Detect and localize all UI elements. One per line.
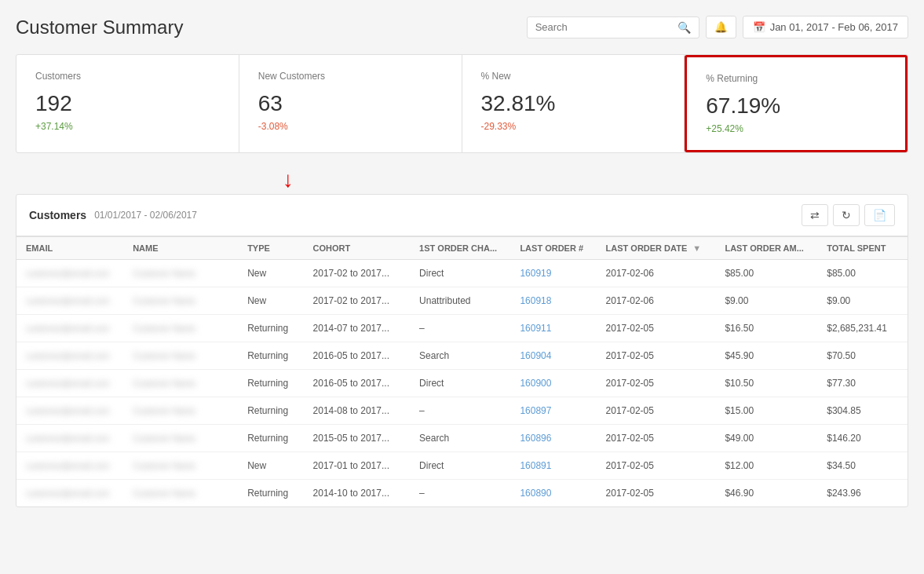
order-link[interactable]: 160896: [520, 433, 551, 444]
stat-pct-returning-label: % Returning: [706, 73, 886, 84]
cell-last-order-am: $9.00: [715, 287, 817, 315]
cell-name: Customer Name: [123, 287, 238, 315]
cell-last-order-date: 2017-02-05: [597, 370, 716, 397]
table-title-area: Customers 01/01/2017 - 02/06/2017: [29, 209, 197, 221]
cell-type: New: [238, 287, 303, 315]
cell-first-order: Search: [410, 342, 510, 370]
th-name[interactable]: NAME: [123, 237, 238, 260]
cell-last-order-num: 160919: [510, 260, 596, 287]
export-button[interactable]: 📄: [864, 204, 895, 226]
th-type[interactable]: TYPE: [238, 237, 303, 260]
cell-type: Returning: [238, 425, 303, 452]
stat-pct-new: % New 32.81% -29.33%: [462, 55, 685, 152]
cell-email: customer@email.com: [16, 342, 123, 370]
table-title: Customers: [29, 209, 86, 221]
th-1st-order[interactable]: 1ST ORDER CHA...: [410, 237, 510, 260]
order-link[interactable]: 160891: [520, 460, 551, 471]
down-arrow-icon: ↓: [283, 169, 294, 191]
search-input[interactable]: [535, 21, 677, 33]
order-link[interactable]: 160897: [520, 405, 551, 416]
cell-last-order-date: 2017-02-05: [597, 397, 716, 425]
order-link[interactable]: 160918: [520, 295, 551, 306]
search-icon[interactable]: 🔍: [677, 21, 691, 34]
order-link[interactable]: 160919: [520, 268, 551, 279]
cell-email: customer@email.com: [16, 397, 123, 425]
cell-last-order-am: $15.00: [715, 397, 817, 425]
cell-first-order: Direct: [410, 260, 510, 287]
cell-total-spent: $9.00: [817, 287, 908, 315]
cell-name: Customer Name: [123, 425, 238, 452]
table-header-row: Customers 01/01/2017 - 02/06/2017 ⇄ ↻ 📄: [16, 195, 908, 236]
cell-type: Returning: [238, 480, 303, 507]
cell-email: customer@email.com: [16, 287, 123, 315]
cell-total-spent: $243.96: [817, 480, 908, 507]
cell-name: Customer Name: [123, 260, 238, 287]
cell-total-spent: $2,685,231.41: [817, 315, 908, 342]
th-last-order-am[interactable]: LAST ORDER AM...: [715, 237, 817, 260]
table-row: customer@email.com Customer Name Returni…: [16, 370, 908, 397]
search-box[interactable]: 🔍: [527, 16, 699, 38]
cell-cohort: 2016-05 to 2017...: [304, 342, 411, 370]
cell-cohort: 2017-02 to 2017...: [304, 260, 411, 287]
calendar-icon: 📅: [753, 21, 765, 33]
header-controls: 🔍 🔔 📅 Jan 01, 2017 - Feb 06, 2017: [527, 16, 908, 38]
cell-type: Returning: [238, 370, 303, 397]
cell-cohort: 2015-05 to 2017...: [304, 425, 411, 452]
cell-last-order-date: 2017-02-05: [597, 342, 716, 370]
arrow-indicator: ↓: [16, 169, 908, 194]
cell-email: customer@email.com: [16, 425, 123, 452]
date-range-button[interactable]: 📅 Jan 01, 2017 - Feb 06, 2017: [743, 16, 908, 38]
cell-name: Customer Name: [123, 480, 238, 507]
table-section: Customers 01/01/2017 - 02/06/2017 ⇄ ↻ 📄 …: [16, 194, 908, 507]
table-row: customer@email.com Customer Name New 201…: [16, 452, 908, 480]
stat-customers: Customers 192 +37.14%: [16, 55, 239, 152]
stat-pct-new-change: -29.33%: [481, 121, 666, 132]
cell-first-order: Search: [410, 425, 510, 452]
customers-table: EMAIL NAME TYPE COHORT 1ST ORDER CHA... …: [16, 236, 908, 506]
stat-customers-change: +37.14%: [35, 121, 220, 132]
cell-last-order-num: 160904: [510, 342, 596, 370]
cell-name: Customer Name: [123, 452, 238, 480]
th-email[interactable]: EMAIL: [16, 237, 123, 260]
cell-last-order-num: 160911: [510, 315, 596, 342]
th-last-order-date[interactable]: LAST ORDER DATE ▼: [597, 237, 716, 260]
cell-last-order-num: 160900: [510, 370, 596, 397]
sort-desc-icon: ▼: [692, 243, 701, 253]
stat-pct-returning: % Returning 67.19% +25.42%: [685, 55, 908, 152]
cell-cohort: 2017-02 to 2017...: [304, 287, 411, 315]
stat-pct-returning-change: +25.42%: [706, 123, 886, 134]
cell-total-spent: $34.50: [817, 452, 908, 480]
order-link[interactable]: 160900: [520, 378, 551, 389]
cell-email: customer@email.com: [16, 480, 123, 507]
columns-button[interactable]: ⇄: [802, 204, 828, 226]
refresh-button[interactable]: ↻: [833, 204, 860, 226]
table-row: customer@email.com Customer Name New 201…: [16, 287, 908, 315]
table-row: customer@email.com Customer Name Returni…: [16, 397, 908, 425]
page: Customer Summary 🔍 🔔 📅 Jan 01, 2017 - Fe…: [0, 0, 924, 574]
cell-last-order-am: $10.50: [715, 370, 817, 397]
stat-new-customers-label: New Customers: [258, 71, 443, 82]
cell-type: Returning: [238, 315, 303, 342]
th-total-spent[interactable]: TOTAL SPENT: [817, 237, 908, 260]
stat-customers-value: 192: [35, 91, 220, 116]
stat-new-customers-change: -3.08%: [258, 121, 443, 132]
cell-email: customer@email.com: [16, 452, 123, 480]
cell-total-spent: $304.85: [817, 397, 908, 425]
cell-last-order-num: 160918: [510, 287, 596, 315]
cell-total-spent: $70.50: [817, 342, 908, 370]
order-link[interactable]: 160904: [520, 350, 551, 361]
th-last-order-num[interactable]: LAST ORDER #: [510, 237, 596, 260]
date-range-label: Jan 01, 2017 - Feb 06, 2017: [770, 21, 898, 33]
th-cohort[interactable]: COHORT: [304, 237, 411, 260]
cell-last-order-num: 160896: [510, 425, 596, 452]
notifications-button[interactable]: 🔔: [706, 16, 736, 38]
order-link[interactable]: 160911: [520, 323, 551, 334]
cell-cohort: 2014-08 to 2017...: [304, 397, 411, 425]
cell-type: Returning: [238, 397, 303, 425]
cell-total-spent: $85.00: [817, 260, 908, 287]
stat-pct-new-label: % New: [481, 71, 666, 82]
cell-email: customer@email.com: [16, 370, 123, 397]
cell-name: Customer Name: [123, 342, 238, 370]
cell-name: Customer Name: [123, 397, 238, 425]
order-link[interactable]: 160890: [520, 488, 551, 499]
